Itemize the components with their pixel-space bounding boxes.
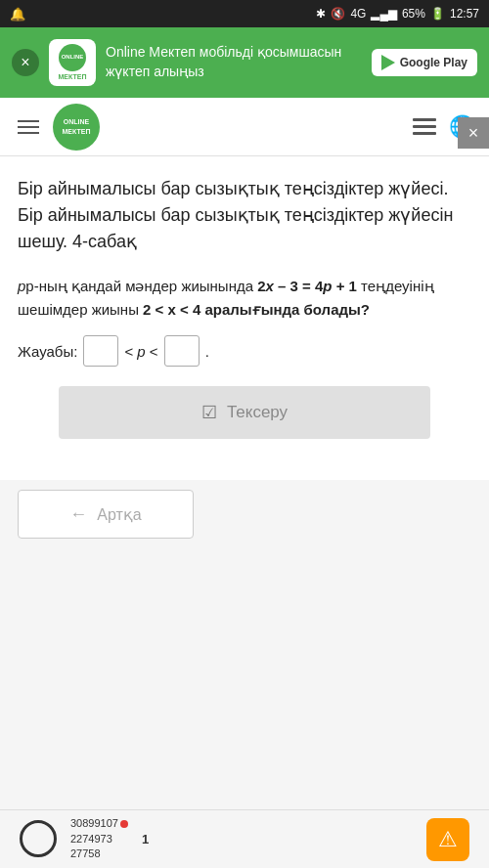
hamburger-line-3 <box>18 132 39 134</box>
warning-button[interactable]: ⚠ <box>426 818 469 861</box>
hamburger-line-1 <box>18 120 39 122</box>
answer-input-1[interactable] <box>83 335 118 367</box>
number-2: 2274973 <box>70 832 112 846</box>
ad-close-button[interactable]: × <box>12 49 39 76</box>
list-line-1 <box>413 118 436 121</box>
check-section: ☑ Тексеру <box>18 386 471 439</box>
list-line-2 <box>413 125 436 128</box>
answer-label: Жауабы: <box>18 343 77 360</box>
answer-row: Жауабы: < p < . <box>18 335 471 367</box>
answer-less-than-p-less-than: < p < <box>124 343 157 360</box>
answer-input-2[interactable] <box>164 335 200 367</box>
status-bar: 🔔 ✱ 🔇 4G ▂▄▆ 65% 🔋 12:57 <box>0 0 489 27</box>
signal-bars-icon: ▂▄▆ <box>371 7 397 21</box>
list-view-button[interactable] <box>411 116 438 138</box>
back-section: ← Артқа <box>0 490 489 539</box>
number-3: 27758 <box>70 846 101 861</box>
answer-dot: . <box>205 343 209 360</box>
warning-icon: ⚠ <box>438 827 458 852</box>
home-circle-button[interactable] <box>20 820 57 857</box>
back-arrow-icon: ← <box>69 504 87 525</box>
bottom-spacer <box>0 558 489 627</box>
google-play-label: Google Play <box>400 56 467 69</box>
question-equation: 2x – 3 = 4p + 1 <box>257 278 357 294</box>
battery-label: 65% <box>402 7 425 21</box>
google-play-button[interactable]: Google Play <box>372 49 477 76</box>
red-dot-icon <box>120 820 128 828</box>
status-right: ✱ 🔇 4G ▂▄▆ 65% 🔋 12:57 <box>316 7 479 21</box>
hamburger-line-2 <box>18 126 39 128</box>
ad-logo: ONLINE МЕКТЕП <box>49 39 96 86</box>
clock: 12:57 <box>450 7 479 21</box>
battery-icon: 🔋 <box>430 7 445 21</box>
google-play-icon <box>381 55 395 70</box>
number-1: 30899107 <box>70 816 118 831</box>
ad-logo-line1: ONLINE <box>62 54 84 61</box>
question-interval: 2 < x < 4 <box>143 301 200 318</box>
signal-label: 4G <box>350 7 366 21</box>
content-area: Бір айнымалысы бар сызықтық теңсіздіктер… <box>0 156 489 480</box>
lesson-title: Бір айнымалысы бар сызықтық теңсіздіктер… <box>18 176 471 255</box>
num-row-3: 27758 <box>70 846 128 861</box>
nav-logo: ONLINE МЕКТЕП <box>53 104 100 151</box>
check-icon: ☑ <box>201 402 217 423</box>
bottom-center: 30899107 2274973 27758 1 <box>20 816 149 861</box>
back-button-label: Артқа <box>97 505 141 524</box>
check-button[interactable]: ☑ Тексеру <box>59 386 430 439</box>
ad-text: Online Мектеп мобільді қосымшасын жүктеп… <box>106 43 362 81</box>
question-text-end: аралығында болады? <box>200 301 370 318</box>
bluetooth-icon: ✱ <box>316 7 326 21</box>
nav-bar: ONLINE МЕКТЕП 🌐 × <box>0 98 489 156</box>
bottom-numbers: 30899107 2274973 27758 <box>70 816 128 861</box>
hamburger-menu-button[interactable] <box>14 116 43 138</box>
back-button[interactable]: ← Артқа <box>18 490 194 539</box>
ad-logo-line2: МЕКТЕП <box>59 73 87 81</box>
bottom-bar: 30899107 2274973 27758 1 ⚠ <box>0 809 489 868</box>
check-button-label: Тексеру <box>227 403 288 422</box>
status-left: 🔔 <box>10 7 25 22</box>
nav-close-button[interactable]: × <box>458 117 489 149</box>
nav-logo-line1: ONLINE <box>64 117 89 126</box>
question-prefix: p-ның қандай мәндер жиынында <box>25 278 257 294</box>
question-text: pp-ның қандай мәндер жиынында 2x – 3 = 4… <box>18 275 471 322</box>
page-number: 1 <box>142 832 149 846</box>
mute-icon: 🔇 <box>331 7 345 21</box>
notification-icon: 🔔 <box>10 7 25 22</box>
question-block: pp-ның қандай мәндер жиынында 2x – 3 = 4… <box>18 275 471 367</box>
ad-logo-circle: ONLINE <box>59 44 86 71</box>
num-row-1: 30899107 <box>70 816 128 831</box>
ad-banner: × ONLINE МЕКТЕП Online Мектеп мобільді қ… <box>0 27 489 98</box>
num-row-2: 2274973 <box>70 832 128 846</box>
list-line-3 <box>413 132 436 135</box>
nav-logo-line2: МЕКТЕП <box>63 127 91 136</box>
